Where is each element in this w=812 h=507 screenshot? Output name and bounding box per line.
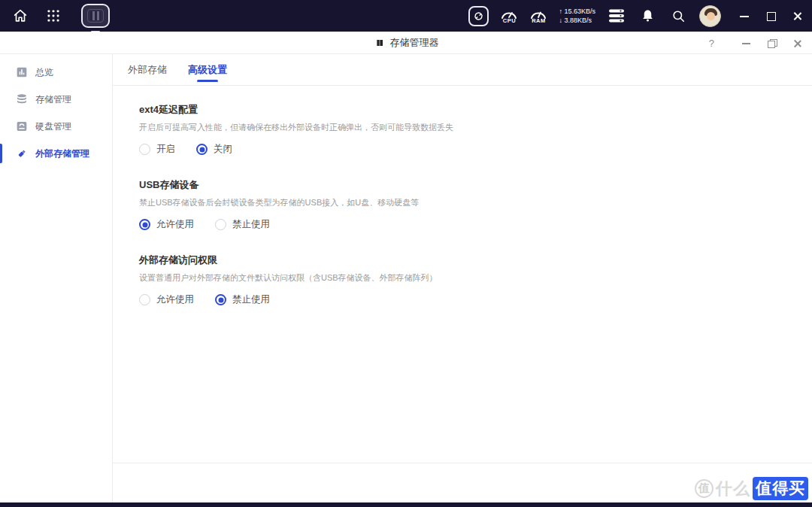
radio-group-ext4-delay: 开启 关闭 bbox=[139, 143, 789, 156]
sidebar-item-label: 总览 bbox=[35, 66, 53, 79]
radio-option-disable[interactable]: 关闭 bbox=[196, 143, 232, 156]
taskbar: CPU RAM ↑ 15.63KB/s ↓ 3.88KB/s bbox=[0, 0, 812, 32]
window-title: 存储管理器 bbox=[390, 36, 439, 50]
network-download-speed: ↓ 3.88KB/s bbox=[559, 16, 595, 25]
window-controls: ? bbox=[709, 32, 801, 54]
window-title-group: 存储管理器 bbox=[374, 36, 439, 50]
sidebar-item-overview[interactable]: 总览 bbox=[0, 59, 112, 85]
sidebar: 总览 存储管理 硬盘管理 bbox=[0, 54, 113, 502]
radio-icon[interactable] bbox=[215, 294, 226, 305]
section-description: 设置普通用户对外部存储的文件默认访问权限（含USB存储设备、外部存储阵列） bbox=[139, 272, 789, 284]
window-minimize-button[interactable] bbox=[742, 39, 750, 47]
overview-icon bbox=[16, 66, 28, 78]
radio-option-allow[interactable]: 允许使用 bbox=[139, 293, 194, 306]
content-pane: 外部存储 高级设置 ext4延迟配置 开启后可提高写入性能，但请确保在移出外部设… bbox=[113, 54, 812, 502]
taskbar-left bbox=[11, 4, 110, 28]
radio-group-access-permission: 允许使用 禁止使用 bbox=[139, 293, 789, 306]
window-close-button[interactable] bbox=[793, 39, 801, 47]
storage-manager-taskbar-app[interactable] bbox=[81, 4, 110, 28]
tab-advanced-settings[interactable]: 高级设置 bbox=[188, 54, 227, 85]
desktop-minimize-button[interactable] bbox=[740, 11, 749, 20]
radio-label: 关闭 bbox=[214, 143, 232, 156]
usb-drive-icon bbox=[16, 147, 28, 159]
storage-pool-icon bbox=[16, 93, 28, 105]
window-restore-button[interactable] bbox=[768, 39, 776, 47]
section-usb-storage-device: USB存储设备 禁止USB存储设备后会封锁设备类型为存储的USB接入，如U盘、移… bbox=[139, 178, 789, 231]
sidebar-item-external-storage[interactable]: 外部存储管理 bbox=[0, 141, 112, 166]
radio-icon[interactable] bbox=[139, 144, 150, 155]
help-button[interactable]: ? bbox=[709, 38, 714, 49]
sidebar-item-label: 硬盘管理 bbox=[35, 120, 71, 133]
radio-option-forbid[interactable]: 禁止使用 bbox=[215, 293, 270, 306]
tab-external-storage[interactable]: 外部存储 bbox=[128, 54, 167, 85]
sidebar-item-label: 存储管理 bbox=[35, 93, 71, 106]
taskbar-right: CPU RAM ↑ 15.63KB/s ↓ 3.88KB/s bbox=[468, 5, 801, 27]
section-title: USB存储设备 bbox=[139, 178, 789, 192]
desktop-window-controls bbox=[740, 11, 801, 20]
settings-sections: ext4延迟配置 开启后可提高写入性能，但请确保在移出外部设备时正确弹出，否则可… bbox=[113, 86, 812, 463]
content-footer bbox=[113, 463, 812, 502]
backup-sync-icon[interactable] bbox=[468, 6, 489, 26]
section-description: 开启后可提高写入性能，但请确保在移出外部设备时正确弹出，否则可能导致数据丢失 bbox=[139, 122, 789, 133]
storage-manager-window: 存储管理器 ? 总览 bbox=[0, 32, 812, 502]
hard-disk-icon bbox=[16, 120, 28, 132]
server-status-icon[interactable] bbox=[607, 6, 626, 26]
sidebar-item-storage-management[interactable]: 存储管理 bbox=[0, 87, 112, 112]
desktop-close-button[interactable] bbox=[792, 11, 801, 20]
ram-gauge-label: RAM bbox=[532, 17, 546, 24]
ram-gauge-icon[interactable]: RAM bbox=[529, 8, 547, 24]
radio-label: 允许使用 bbox=[156, 293, 194, 306]
radio-icon[interactable] bbox=[215, 219, 226, 230]
desktop: { "taskbar": { "cpu_label": "CPU", "ram_… bbox=[0, 0, 812, 507]
window-body: 总览 存储管理 硬盘管理 bbox=[0, 54, 812, 502]
network-speed: ↑ 15.63KB/s ↓ 3.88KB/s bbox=[559, 7, 595, 25]
radio-option-enable[interactable]: 开启 bbox=[139, 143, 175, 156]
radio-option-forbid[interactable]: 禁止使用 bbox=[215, 218, 270, 231]
notifications-bell-icon[interactable] bbox=[638, 6, 657, 26]
cpu-gauge-label: CPU bbox=[503, 17, 516, 24]
cpu-gauge-icon[interactable]: CPU bbox=[500, 8, 518, 24]
radio-label: 开启 bbox=[156, 143, 175, 156]
sidebar-item-label: 外部存储管理 bbox=[35, 147, 89, 160]
storage-manager-title-icon bbox=[374, 38, 385, 48]
section-title: ext4延迟配置 bbox=[139, 103, 789, 117]
section-title: 外部存储访问权限 bbox=[139, 254, 789, 267]
radio-option-allow[interactable]: 允许使用 bbox=[139, 218, 194, 231]
window-titlebar: 存储管理器 ? bbox=[0, 32, 812, 54]
section-description: 禁止USB存储设备后会封锁设备类型为存储的USB接入，如U盘、移动硬盘等 bbox=[139, 197, 789, 208]
apps-grid-icon[interactable] bbox=[44, 6, 63, 26]
radio-label: 允许使用 bbox=[156, 218, 194, 231]
sidebar-item-disk-management[interactable]: 硬盘管理 bbox=[0, 114, 112, 139]
user-avatar[interactable] bbox=[699, 5, 721, 27]
radio-label: 禁止使用 bbox=[232, 293, 270, 306]
radio-icon[interactable] bbox=[139, 219, 150, 230]
radio-group-usb-storage: 允许使用 禁止使用 bbox=[139, 218, 789, 231]
network-upload-speed: ↑ 15.63KB/s bbox=[559, 7, 595, 16]
tabs-row: 外部存储 高级设置 bbox=[113, 54, 812, 86]
storage-manager-app-icon bbox=[87, 9, 104, 23]
home-icon[interactable] bbox=[11, 6, 30, 26]
search-icon[interactable] bbox=[668, 6, 688, 26]
radio-icon[interactable] bbox=[139, 294, 150, 305]
section-ext4-delay: ext4延迟配置 开启后可提高写入性能，但请确保在移出外部设备时正确弹出，否则可… bbox=[139, 103, 789, 156]
radio-label: 禁止使用 bbox=[232, 218, 270, 231]
section-external-access-permission: 外部存储访问权限 设置普通用户对外部存储的文件默认访问权限（含USB存储设备、外… bbox=[139, 254, 789, 306]
radio-icon[interactable] bbox=[196, 144, 208, 155]
desktop-maximize-button[interactable] bbox=[766, 11, 775, 20]
